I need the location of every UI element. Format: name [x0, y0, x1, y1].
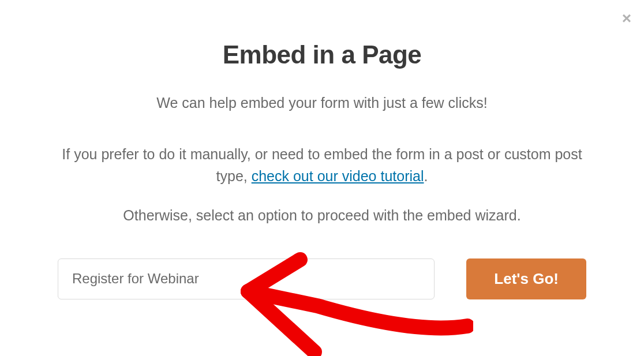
- modal-title: Embed in a Page: [58, 40, 586, 69]
- page-name-input[interactable]: [58, 258, 435, 299]
- embed-modal: Embed in a Page We can help embed your f…: [0, 0, 644, 323]
- action-row: Let's Go!: [58, 258, 586, 299]
- modal-subtitle: We can help embed your form with just a …: [58, 92, 586, 114]
- lets-go-button[interactable]: Let's Go!: [466, 258, 586, 299]
- modal-description: If you prefer to do it manually, or need…: [58, 143, 586, 188]
- modal-instruction: Otherwise, select an option to proceed w…: [58, 205, 586, 227]
- description-suffix: .: [424, 168, 428, 184]
- close-button[interactable]: ×: [622, 10, 631, 27]
- video-tutorial-link[interactable]: check out our video tutorial: [252, 168, 424, 184]
